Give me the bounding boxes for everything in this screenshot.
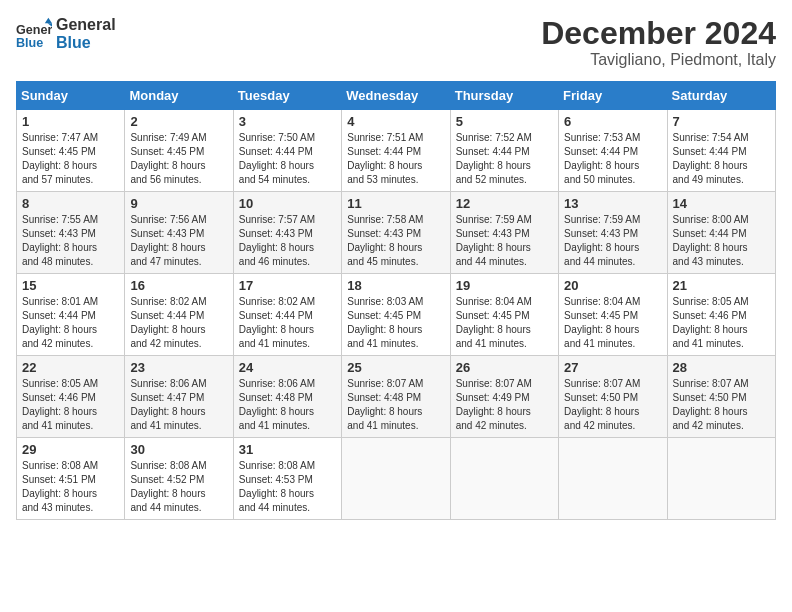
day-number: 26 xyxy=(456,360,553,375)
calendar-week-1: 1 Sunrise: 7:47 AMSunset: 4:45 PMDayligh… xyxy=(17,110,776,192)
svg-text:Blue: Blue xyxy=(16,36,43,50)
calendar-cell xyxy=(667,438,775,520)
weekday-tuesday: Tuesday xyxy=(233,82,341,110)
calendar-cell: 31 Sunrise: 8:08 AMSunset: 4:53 PMDaylig… xyxy=(233,438,341,520)
cell-info: Sunrise: 8:07 AMSunset: 4:48 PMDaylight:… xyxy=(347,378,423,431)
cell-info: Sunrise: 8:03 AMSunset: 4:45 PMDaylight:… xyxy=(347,296,423,349)
calendar-cell: 5 Sunrise: 7:52 AMSunset: 4:44 PMDayligh… xyxy=(450,110,558,192)
cell-info: Sunrise: 8:07 AMSunset: 4:50 PMDaylight:… xyxy=(564,378,640,431)
day-number: 22 xyxy=(22,360,119,375)
day-number: 1 xyxy=(22,114,119,129)
day-number: 20 xyxy=(564,278,661,293)
calendar-cell: 20 Sunrise: 8:04 AMSunset: 4:45 PMDaylig… xyxy=(559,274,667,356)
calendar-cell: 9 Sunrise: 7:56 AMSunset: 4:43 PMDayligh… xyxy=(125,192,233,274)
weekday-header-row: SundayMondayTuesdayWednesdayThursdayFrid… xyxy=(17,82,776,110)
day-number: 3 xyxy=(239,114,336,129)
calendar-cell: 16 Sunrise: 8:02 AMSunset: 4:44 PMDaylig… xyxy=(125,274,233,356)
cell-info: Sunrise: 8:01 AMSunset: 4:44 PMDaylight:… xyxy=(22,296,98,349)
day-number: 27 xyxy=(564,360,661,375)
cell-info: Sunrise: 8:02 AMSunset: 4:44 PMDaylight:… xyxy=(239,296,315,349)
day-number: 12 xyxy=(456,196,553,211)
cell-info: Sunrise: 7:59 AMSunset: 4:43 PMDaylight:… xyxy=(456,214,532,267)
calendar-cell xyxy=(342,438,450,520)
day-number: 21 xyxy=(673,278,770,293)
cell-info: Sunrise: 7:49 AMSunset: 4:45 PMDaylight:… xyxy=(130,132,206,185)
location-title: Tavigliano, Piedmont, Italy xyxy=(541,51,776,69)
calendar-week-4: 22 Sunrise: 8:05 AMSunset: 4:46 PMDaylig… xyxy=(17,356,776,438)
day-number: 7 xyxy=(673,114,770,129)
weekday-wednesday: Wednesday xyxy=(342,82,450,110)
day-number: 19 xyxy=(456,278,553,293)
calendar-cell: 22 Sunrise: 8:05 AMSunset: 4:46 PMDaylig… xyxy=(17,356,125,438)
calendar-cell: 18 Sunrise: 8:03 AMSunset: 4:45 PMDaylig… xyxy=(342,274,450,356)
calendar-cell: 19 Sunrise: 8:04 AMSunset: 4:45 PMDaylig… xyxy=(450,274,558,356)
cell-info: Sunrise: 7:47 AMSunset: 4:45 PMDaylight:… xyxy=(22,132,98,185)
calendar-cell: 1 Sunrise: 7:47 AMSunset: 4:45 PMDayligh… xyxy=(17,110,125,192)
cell-info: Sunrise: 7:51 AMSunset: 4:44 PMDaylight:… xyxy=(347,132,423,185)
cell-info: Sunrise: 7:59 AMSunset: 4:43 PMDaylight:… xyxy=(564,214,640,267)
logo-line1: General xyxy=(56,16,116,34)
calendar-cell: 8 Sunrise: 7:55 AMSunset: 4:43 PMDayligh… xyxy=(17,192,125,274)
day-number: 10 xyxy=(239,196,336,211)
day-number: 9 xyxy=(130,196,227,211)
calendar-week-3: 15 Sunrise: 8:01 AMSunset: 4:44 PMDaylig… xyxy=(17,274,776,356)
cell-info: Sunrise: 8:05 AMSunset: 4:46 PMDaylight:… xyxy=(22,378,98,431)
cell-info: Sunrise: 7:54 AMSunset: 4:44 PMDaylight:… xyxy=(673,132,749,185)
calendar-cell: 11 Sunrise: 7:58 AMSunset: 4:43 PMDaylig… xyxy=(342,192,450,274)
calendar-cell: 24 Sunrise: 8:06 AMSunset: 4:48 PMDaylig… xyxy=(233,356,341,438)
cell-info: Sunrise: 8:00 AMSunset: 4:44 PMDaylight:… xyxy=(673,214,749,267)
cell-info: Sunrise: 8:08 AMSunset: 4:51 PMDaylight:… xyxy=(22,460,98,513)
calendar-cell: 7 Sunrise: 7:54 AMSunset: 4:44 PMDayligh… xyxy=(667,110,775,192)
cell-info: Sunrise: 7:56 AMSunset: 4:43 PMDaylight:… xyxy=(130,214,206,267)
title-area: December 2024 Tavigliano, Piedmont, Ital… xyxy=(541,16,776,69)
calendar-cell: 17 Sunrise: 8:02 AMSunset: 4:44 PMDaylig… xyxy=(233,274,341,356)
calendar-cell: 21 Sunrise: 8:05 AMSunset: 4:46 PMDaylig… xyxy=(667,274,775,356)
weekday-sunday: Sunday xyxy=(17,82,125,110)
cell-info: Sunrise: 8:05 AMSunset: 4:46 PMDaylight:… xyxy=(673,296,749,349)
day-number: 23 xyxy=(130,360,227,375)
day-number: 16 xyxy=(130,278,227,293)
calendar-cell xyxy=(450,438,558,520)
logo-line2: Blue xyxy=(56,34,116,52)
month-title: December 2024 xyxy=(541,16,776,51)
cell-info: Sunrise: 8:08 AMSunset: 4:53 PMDaylight:… xyxy=(239,460,315,513)
cell-info: Sunrise: 7:57 AMSunset: 4:43 PMDaylight:… xyxy=(239,214,315,267)
cell-info: Sunrise: 8:08 AMSunset: 4:52 PMDaylight:… xyxy=(130,460,206,513)
cell-info: Sunrise: 8:04 AMSunset: 4:45 PMDaylight:… xyxy=(456,296,532,349)
day-number: 18 xyxy=(347,278,444,293)
calendar-cell: 4 Sunrise: 7:51 AMSunset: 4:44 PMDayligh… xyxy=(342,110,450,192)
cell-info: Sunrise: 8:06 AMSunset: 4:47 PMDaylight:… xyxy=(130,378,206,431)
logo-icon: General Blue xyxy=(16,16,52,52)
calendar-cell: 27 Sunrise: 8:07 AMSunset: 4:50 PMDaylig… xyxy=(559,356,667,438)
day-number: 13 xyxy=(564,196,661,211)
weekday-monday: Monday xyxy=(125,82,233,110)
calendar-cell: 15 Sunrise: 8:01 AMSunset: 4:44 PMDaylig… xyxy=(17,274,125,356)
calendar-table: SundayMondayTuesdayWednesdayThursdayFrid… xyxy=(16,81,776,520)
calendar-cell: 30 Sunrise: 8:08 AMSunset: 4:52 PMDaylig… xyxy=(125,438,233,520)
calendar-cell: 13 Sunrise: 7:59 AMSunset: 4:43 PMDaylig… xyxy=(559,192,667,274)
calendar-cell xyxy=(559,438,667,520)
day-number: 4 xyxy=(347,114,444,129)
calendar-week-5: 29 Sunrise: 8:08 AMSunset: 4:51 PMDaylig… xyxy=(17,438,776,520)
cell-info: Sunrise: 8:06 AMSunset: 4:48 PMDaylight:… xyxy=(239,378,315,431)
calendar-cell: 28 Sunrise: 8:07 AMSunset: 4:50 PMDaylig… xyxy=(667,356,775,438)
day-number: 8 xyxy=(22,196,119,211)
day-number: 6 xyxy=(564,114,661,129)
day-number: 17 xyxy=(239,278,336,293)
day-number: 11 xyxy=(347,196,444,211)
cell-info: Sunrise: 8:07 AMSunset: 4:49 PMDaylight:… xyxy=(456,378,532,431)
calendar-cell: 3 Sunrise: 7:50 AMSunset: 4:44 PMDayligh… xyxy=(233,110,341,192)
cell-info: Sunrise: 7:52 AMSunset: 4:44 PMDaylight:… xyxy=(456,132,532,185)
cell-info: Sunrise: 7:53 AMSunset: 4:44 PMDaylight:… xyxy=(564,132,640,185)
day-number: 15 xyxy=(22,278,119,293)
day-number: 25 xyxy=(347,360,444,375)
cell-info: Sunrise: 8:04 AMSunset: 4:45 PMDaylight:… xyxy=(564,296,640,349)
calendar-cell: 23 Sunrise: 8:06 AMSunset: 4:47 PMDaylig… xyxy=(125,356,233,438)
cell-info: Sunrise: 7:58 AMSunset: 4:43 PMDaylight:… xyxy=(347,214,423,267)
page-header: General Blue General Blue December 2024 … xyxy=(16,16,776,69)
weekday-thursday: Thursday xyxy=(450,82,558,110)
day-number: 14 xyxy=(673,196,770,211)
day-number: 28 xyxy=(673,360,770,375)
day-number: 31 xyxy=(239,442,336,457)
calendar-cell: 29 Sunrise: 8:08 AMSunset: 4:51 PMDaylig… xyxy=(17,438,125,520)
